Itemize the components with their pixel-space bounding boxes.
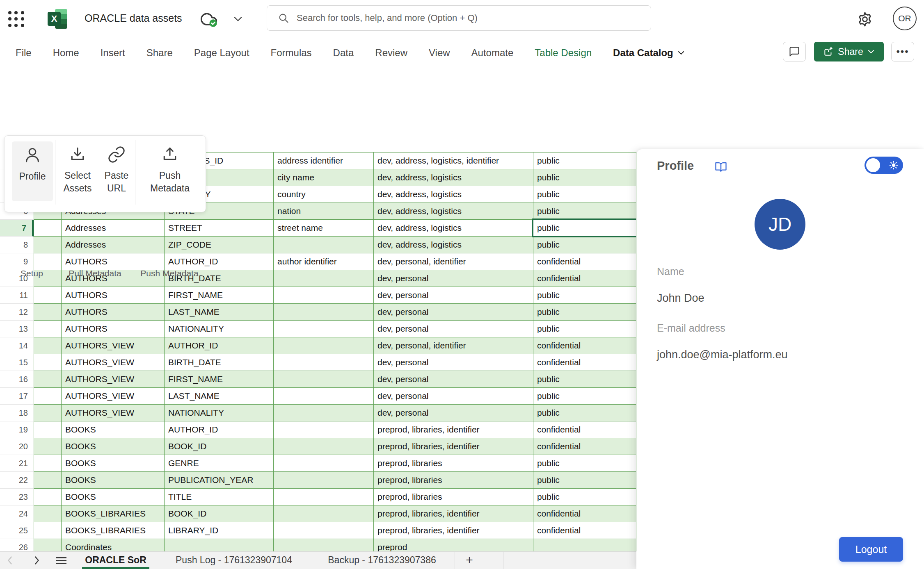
menu-item-insert[interactable]: Insert [101,47,125,59]
cell-column[interactable]: GENRE [165,455,274,472]
add-sheet-button[interactable]: + [461,552,478,569]
row-number[interactable]: 13 [0,321,34,337]
cell-description[interactable] [274,354,374,371]
cell-visibility[interactable]: public [533,371,636,388]
cell-description[interactable] [274,287,374,304]
cell-tags[interactable]: preprod, libraries, identifier [374,505,533,522]
cell-col-a[interactable] [34,438,62,455]
row-number[interactable]: 24 [0,505,34,522]
menu-item-home[interactable]: Home [53,47,79,59]
cell-tags[interactable]: preprod, libraries [374,472,533,489]
cell-col-a[interactable] [34,253,62,270]
title-chevron-down-icon[interactable] [232,15,244,24]
cell-description[interactable] [274,522,374,539]
theme-toggle[interactable] [865,157,903,174]
cell-column[interactable]: NATIONALITY [165,321,274,337]
row-number[interactable]: 26 [0,539,34,551]
cell-column[interactable]: LIBRARY_ID [165,522,274,539]
cell-description[interactable] [274,489,374,505]
cell-table[interactable]: BOOKS_LIBRARIES [62,522,165,539]
share-button[interactable]: Share [814,42,884,61]
row-number[interactable]: 23 [0,489,34,505]
cell-visibility[interactable]: confidential [533,337,636,354]
cell-col-a[interactable] [34,237,62,253]
cell-col-a[interactable] [34,489,62,505]
cell-table[interactable]: AUTHORS_VIEW [62,388,165,405]
cell-column[interactable]: STREET [165,220,274,237]
menu-item-data-catalog[interactable]: Data Catalog [613,47,685,59]
prev-sheet-chevron-icon[interactable] [6,555,14,565]
cell-table[interactable]: AUTHORS_VIEW [62,337,165,354]
cell-tags[interactable]: dev, personal [374,270,533,287]
select-assets-button[interactable]: Select Assets [55,141,100,201]
row-number[interactable]: 25 [0,522,34,539]
cell-description[interactable] [274,270,374,287]
cell-tags[interactable]: preprod, libraries [374,489,533,505]
sheet-list-menu-icon[interactable] [56,557,66,564]
cell-column[interactable]: BOOK_ID [165,505,274,522]
cell-description[interactable] [274,405,374,421]
cell-table[interactable]: Addresses [62,220,165,237]
cell-column[interactable]: ZIP_CODE [165,237,274,253]
cell-visibility[interactable]: confidential [533,253,636,270]
menu-item-page-layout[interactable]: Page Layout [194,47,249,59]
paste-url-button[interactable]: Paste URL [100,141,133,201]
cell-table[interactable]: BOOKS [62,489,165,505]
cell-col-a[interactable] [34,371,62,388]
cell-table[interactable]: AUTHORS [62,304,165,321]
cell-visibility[interactable]: public [533,405,636,421]
cell-tags[interactable]: dev, personal, identifier [374,253,533,270]
cell-visibility[interactable]: public [533,237,636,253]
cell-col-a[interactable] [34,321,62,337]
cell-tags[interactable]: dev, personal [374,321,533,337]
cell-col-a[interactable] [34,539,62,551]
cell-description[interactable] [274,438,374,455]
cell-column[interactable]: AUTHOR_ID [165,337,274,354]
push-metadata-button[interactable]: Push Metadata [139,141,201,201]
cell-visibility[interactable]: public [533,287,636,304]
cell-description[interactable]: country [274,186,374,203]
menu-item-file[interactable]: File [16,47,32,59]
cell-tags[interactable]: preprod, libraries [374,455,533,472]
menu-item-review[interactable]: Review [375,47,407,59]
cell-tags[interactable]: dev, personal, identifier [374,337,533,354]
cell-tags[interactable]: dev, address, logistics [374,237,533,253]
account-avatar[interactable]: OR [893,7,917,30]
cell-column[interactable]: LAST_NAME [165,304,274,321]
cell-tags[interactable]: dev, personal [374,405,533,421]
cell-visibility[interactable]: public [533,388,636,405]
cell-tags[interactable]: dev, address, logistics, identifier [374,152,533,169]
row-number[interactable]: 11 [0,287,34,304]
cell-description[interactable]: nation [274,203,374,220]
cell-tags[interactable]: dev, personal [374,371,533,388]
cell-description[interactable] [274,304,374,321]
cell-tags[interactable]: preprod, libraries, identifier [374,522,533,539]
cell-tags[interactable]: preprod, libraries, identifier [374,438,533,455]
cell-col-a[interactable] [34,354,62,371]
cell-description[interactable] [274,237,374,253]
cell-table[interactable]: BOOKS_LIBRARIES [62,505,165,522]
cell-table[interactable]: AUTHORS_VIEW [62,371,165,388]
row-number[interactable]: 16 [0,371,34,388]
cell-col-a[interactable] [34,388,62,405]
row-number[interactable]: 21 [0,455,34,472]
cell-description[interactable] [274,455,374,472]
cell-col-a[interactable] [34,304,62,321]
cell-description[interactable] [274,505,374,522]
cell-visibility[interactable]: public [533,489,636,505]
cell-visibility[interactable]: public [533,304,636,321]
search-bar[interactable] [267,5,651,31]
docs-book-icon[interactable] [714,161,727,173]
cell-column[interactable]: LAST_NAME [165,388,274,405]
cell-col-a[interactable] [34,505,62,522]
cell-column[interactable]: TITLE [165,489,274,505]
menu-item-share[interactable]: Share [146,47,173,59]
cell-description[interactable]: street name [274,220,374,237]
cell-tags[interactable]: dev, address, logistics [374,220,533,237]
cell-table[interactable]: AUTHORS [62,253,165,270]
cell-visibility[interactable]: public [533,472,636,489]
cell-col-a[interactable] [34,472,62,489]
row-number[interactable]: 8 [0,237,34,253]
next-sheet-chevron-icon[interactable] [33,555,41,565]
cell-visibility[interactable]: public [533,203,636,220]
